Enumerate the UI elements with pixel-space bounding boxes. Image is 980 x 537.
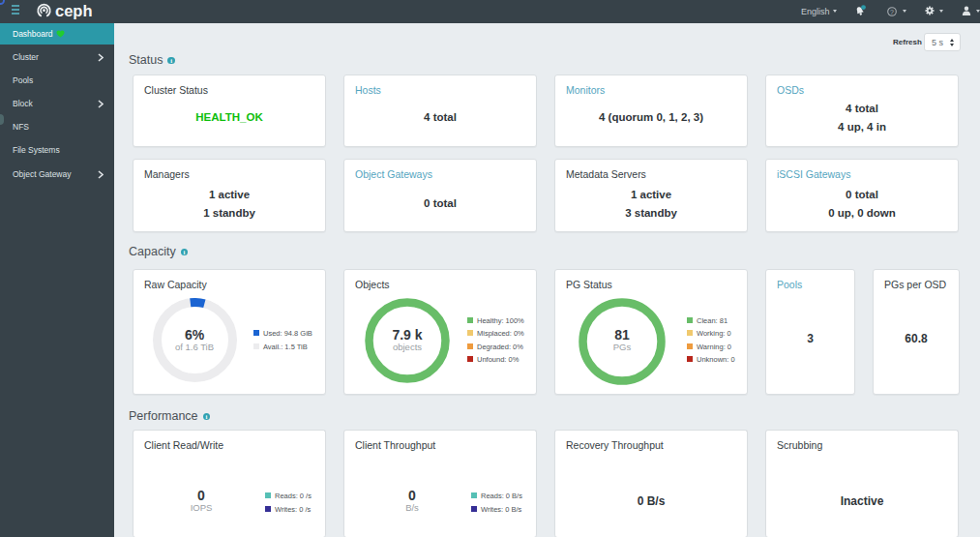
svg-text:?: ?: [890, 8, 894, 15]
